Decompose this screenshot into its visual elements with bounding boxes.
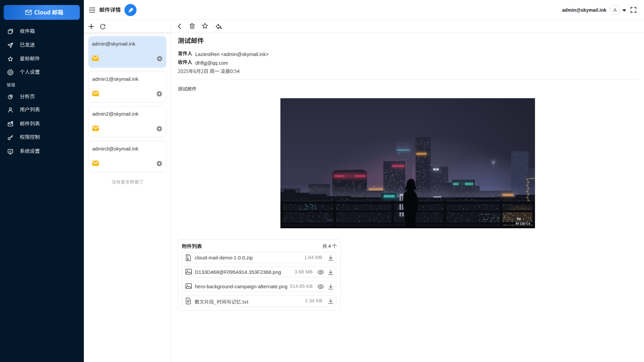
- svg-text:AriArts: AriArts: [516, 222, 530, 226]
- svg-text:by: by: [517, 217, 521, 221]
